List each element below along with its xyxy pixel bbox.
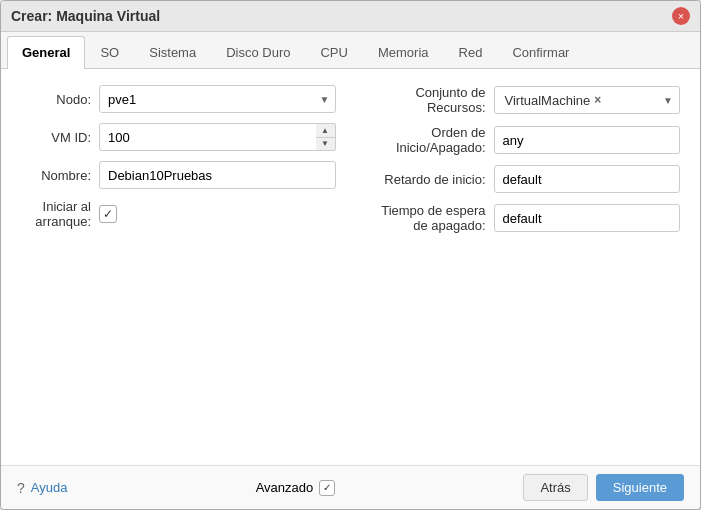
- footer-right: Atrás Siguiente: [523, 474, 684, 501]
- tab-cpu[interactable]: CPU: [305, 36, 362, 68]
- vmid-row: VM ID: 100 ▲ ▼: [21, 123, 336, 151]
- nodo-label: Nodo:: [21, 92, 91, 107]
- tab-memoria[interactable]: Memoria: [363, 36, 444, 68]
- nombre-input[interactable]: Debian10Pruebas: [99, 161, 336, 189]
- retardo-row: Retardo de inicio: default: [366, 165, 681, 193]
- vmid-decrement-button[interactable]: ▼: [316, 138, 335, 151]
- orden-label: Orden de Inicio/Apagado:: [366, 125, 486, 155]
- form-left: Nodo: pve1 ▼ VM ID: 100 ▲: [21, 85, 336, 233]
- title-bar: Crear: Maquina Virtual ×: [1, 1, 700, 32]
- next-button[interactable]: Siguiente: [596, 474, 684, 501]
- close-button[interactable]: ×: [672, 7, 690, 25]
- help-label[interactable]: Ayuda: [31, 480, 68, 495]
- nombre-row: Nombre: Debian10Pruebas: [21, 161, 336, 189]
- footer-left: ? Ayuda: [17, 480, 67, 496]
- nodo-select[interactable]: pve1: [99, 85, 336, 113]
- footer: ? Ayuda Avanzado ✓ Atrás Siguiente: [1, 465, 700, 509]
- nombre-label: Nombre:: [21, 168, 91, 183]
- advanced-checkbox[interactable]: ✓: [319, 480, 335, 496]
- orden-input[interactable]: any: [494, 126, 681, 154]
- advanced-check-icon: ✓: [323, 482, 331, 493]
- tab-bar: General SO Sistema Disco Duro CPU Memori…: [1, 32, 700, 69]
- vmid-increment-button[interactable]: ▲: [316, 124, 335, 138]
- tab-confirmar[interactable]: Confirmar: [497, 36, 584, 68]
- advanced-label: Avanzado: [256, 480, 314, 495]
- advanced-section: Avanzado ✓: [256, 480, 336, 496]
- tiempo-input[interactable]: default: [494, 204, 681, 232]
- tag-remove-button[interactable]: ×: [594, 94, 601, 106]
- retardo-label: Retardo de inicio:: [366, 172, 486, 187]
- conjunto-dropdown-icon[interactable]: ▼: [663, 95, 673, 106]
- iniciar-row: Iniciar al arranque: ✓: [21, 199, 336, 229]
- vmid-spinner-wrapper: 100 ▲ ▼: [99, 123, 336, 151]
- conjunto-row: Conjunto de Recursos: VirtualMachine × ▼: [366, 85, 681, 115]
- retardo-input[interactable]: default: [494, 165, 681, 193]
- dialog: Crear: Maquina Virtual × General SO Sist…: [0, 0, 701, 510]
- tiempo-label: Tiempo de espera de apagado:: [366, 203, 486, 233]
- conjunto-label: Conjunto de Recursos:: [366, 85, 486, 115]
- virtualmachine-tag: VirtualMachine ×: [501, 92, 606, 109]
- form-right: Conjunto de Recursos: VirtualMachine × ▼: [366, 85, 681, 233]
- check-icon: ✓: [103, 207, 113, 221]
- form-grid: Nodo: pve1 ▼ VM ID: 100 ▲: [21, 85, 680, 233]
- tab-red[interactable]: Red: [444, 36, 498, 68]
- back-button[interactable]: Atrás: [523, 474, 587, 501]
- tab-sistema[interactable]: Sistema: [134, 36, 211, 68]
- tab-disco-duro[interactable]: Disco Duro: [211, 36, 305, 68]
- vmid-label: VM ID:: [21, 130, 91, 145]
- tiempo-row: Tiempo de espera de apagado: default: [366, 203, 681, 233]
- tag-label: VirtualMachine: [505, 93, 591, 108]
- iniciar-checkbox[interactable]: ✓: [99, 205, 117, 223]
- orden-row: Orden de Inicio/Apagado: any: [366, 125, 681, 155]
- vmid-spinner-buttons: ▲ ▼: [316, 123, 336, 151]
- conjunto-tag-input[interactable]: VirtualMachine × ▼: [494, 86, 681, 114]
- nodo-select-wrapper: pve1 ▼: [99, 85, 336, 113]
- tab-general[interactable]: General: [7, 36, 85, 69]
- tab-so[interactable]: SO: [85, 36, 134, 68]
- nodo-row: Nodo: pve1 ▼: [21, 85, 336, 113]
- iniciar-label: Iniciar al arranque:: [21, 199, 91, 229]
- content-area: Nodo: pve1 ▼ VM ID: 100 ▲: [1, 69, 700, 465]
- dialog-title: Crear: Maquina Virtual: [11, 8, 160, 24]
- help-icon: ?: [17, 480, 25, 496]
- vmid-input[interactable]: 100: [99, 123, 336, 151]
